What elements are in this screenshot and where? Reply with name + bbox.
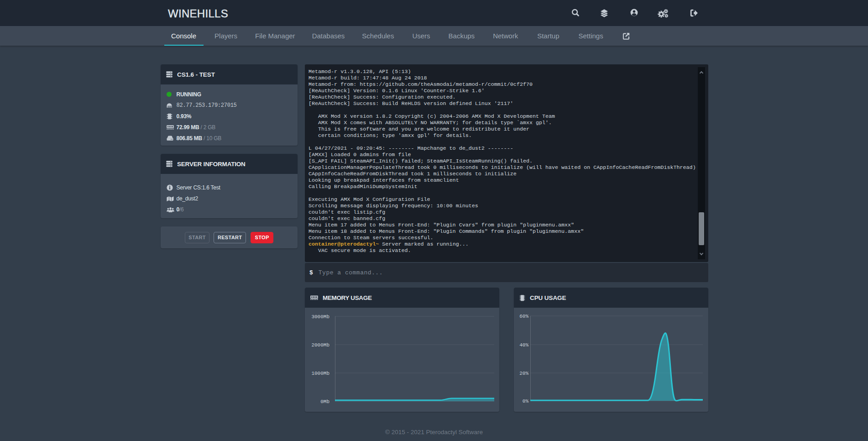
svg-text:60%: 60% [519,314,528,319]
svg-text:20%: 20% [519,371,528,376]
svg-text:0Mb: 0Mb [320,399,329,404]
svg-text:1000Mb: 1000Mb [311,371,329,376]
svg-text:2000Mb: 2000Mb [311,342,329,348]
svg-text:0%: 0% [523,399,529,404]
svg-text:3000Mb: 3000Mb [311,314,329,320]
svg-text:40%: 40% [519,342,528,348]
